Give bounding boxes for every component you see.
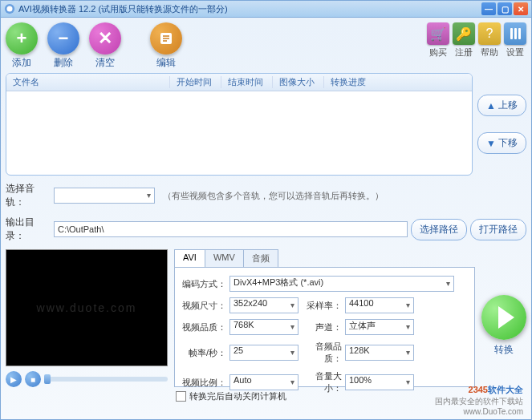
- encode-label: 编码方式：: [181, 278, 226, 290]
- fps-label: 帧率/秒：: [181, 347, 226, 359]
- move-down-button[interactable]: ▼下移: [477, 132, 526, 154]
- track-hint: （有些视频包含多个音轨，您可以选择音轨后再转换。）: [163, 190, 384, 202]
- svg-rect-5: [518, 28, 521, 39]
- size-label: 视频尺寸：: [181, 300, 226, 312]
- col-progress[interactable]: 转换进度: [324, 76, 472, 88]
- col-end-time[interactable]: 结束时间: [221, 76, 273, 88]
- ratio-label: 视频比例：: [181, 377, 226, 389]
- buy-label: 购买: [429, 46, 447, 59]
- fps-select[interactable]: 25: [229, 345, 298, 361]
- plus-icon: +: [6, 22, 38, 55]
- col-start-time[interactable]: 开始时间: [170, 76, 221, 88]
- aquality-label: 音频品质：: [302, 341, 342, 365]
- file-list-header: 文件名 开始时间 结束时间 图像大小 转换进度: [6, 74, 472, 91]
- svg-rect-3: [510, 28, 513, 39]
- volume-label: 音量大小：: [302, 370, 342, 394]
- move-down-label: 下移: [498, 136, 518, 150]
- title-bar: AVI视频转换器 12.2 (试用版只能转换源文件的一部分) — ▢ ✕: [0, 0, 532, 18]
- minimize-button[interactable]: —: [481, 2, 496, 15]
- minus-icon: −: [47, 22, 79, 55]
- add-button[interactable]: + 添加: [6, 22, 38, 70]
- seek-slider[interactable]: [44, 377, 168, 382]
- app-icon: [4, 3, 15, 14]
- tools-icon: [504, 22, 526, 45]
- register-label: 注册: [455, 46, 473, 59]
- tab-panel: 编码方式： DivX4+MP3格式 (*.avi) 视频尺寸： 352x240 …: [174, 267, 475, 387]
- clear-label: 清空: [95, 56, 115, 70]
- aquality-select[interactable]: 128K: [345, 345, 414, 361]
- tab-wmv[interactable]: WMV: [205, 249, 244, 267]
- ratio-select[interactable]: Auto: [229, 374, 298, 390]
- tab-audio[interactable]: 音频: [243, 249, 278, 267]
- slider-thumb[interactable]: [44, 374, 51, 384]
- key-icon: 🔑: [453, 22, 475, 45]
- chevron-up-icon: ▲: [486, 100, 496, 111]
- svg-point-1: [7, 6, 13, 12]
- question-icon: ?: [478, 22, 501, 45]
- settings-label: 设置: [506, 46, 524, 59]
- edit-label: 编辑: [156, 56, 176, 70]
- chevron-down-icon: ▼: [486, 138, 496, 149]
- edit-button[interactable]: 编辑: [150, 22, 182, 70]
- delete-label: 删除: [54, 56, 73, 70]
- col-image-size[interactable]: 图像大小: [273, 76, 324, 88]
- toolbar: + 添加 − 删除 ✕ 清空 编辑 🛒 购买: [6, 22, 526, 70]
- convert-button[interactable]: [481, 295, 526, 340]
- clear-button[interactable]: ✕ 清空: [89, 22, 121, 70]
- open-path-button[interactable]: 打开路径: [470, 219, 526, 240]
- channel-select[interactable]: 立体声: [345, 319, 414, 335]
- sample-select[interactable]: 44100: [345, 297, 414, 313]
- brand-number: 2345: [469, 385, 488, 394]
- volume-select[interactable]: 100%: [345, 374, 414, 390]
- stop-button[interactable]: ■: [25, 371, 41, 387]
- track-label: 选择音轨：: [6, 182, 51, 209]
- register-button[interactable]: 🔑 注册: [453, 22, 475, 59]
- help-label: 帮助: [481, 46, 498, 59]
- help-button[interactable]: ? 帮助: [478, 22, 501, 59]
- edit-icon: [150, 22, 182, 55]
- col-filename[interactable]: 文件名: [6, 76, 170, 88]
- encode-select[interactable]: DivX4+MP3格式 (*.avi): [229, 276, 454, 292]
- settings-button[interactable]: 设置: [504, 22, 526, 59]
- cart-icon: 🛒: [427, 22, 449, 45]
- choose-path-button[interactable]: 选择路径: [411, 219, 467, 240]
- track-select[interactable]: [54, 188, 155, 204]
- sample-label: 采样率：: [302, 300, 342, 312]
- buy-button[interactable]: 🛒 购买: [427, 22, 449, 59]
- x-icon: ✕: [89, 22, 121, 55]
- window-title: AVI视频转换器 12.2 (试用版只能转换源文件的一部分): [18, 3, 481, 15]
- move-up-label: 上移: [498, 99, 518, 112]
- output-path-input[interactable]: [54, 221, 408, 237]
- video-preview: www.duote.com: [6, 249, 168, 366]
- svg-rect-4: [514, 28, 517, 39]
- move-up-button[interactable]: ▲上移: [477, 95, 526, 116]
- shutdown-checkbox[interactable]: [176, 391, 186, 402]
- close-button[interactable]: ✕: [514, 2, 528, 15]
- maximize-button[interactable]: ▢: [497, 2, 512, 15]
- play-button[interactable]: ▶: [6, 371, 22, 387]
- size-select[interactable]: 352x240: [229, 297, 298, 313]
- brand-url: www.DuoTe.com: [435, 407, 523, 416]
- shutdown-label: 转换完后自动关闭计算机: [189, 390, 286, 402]
- delete-button[interactable]: − 删除: [47, 22, 79, 70]
- vquality-select[interactable]: 768K: [229, 319, 298, 335]
- tab-avi[interactable]: AVI: [174, 249, 205, 267]
- output-label: 输出目录：: [6, 216, 51, 243]
- vquality-label: 视频品质：: [181, 321, 226, 333]
- convert-label: 转换: [494, 343, 514, 357]
- file-list[interactable]: 文件名 开始时间 结束时间 图像大小 转换进度: [6, 73, 473, 176]
- brand-tagline: 国内最安全的软件下载站: [435, 396, 523, 407]
- channel-label: 声道：: [302, 321, 342, 333]
- brand-text: 软件大全: [488, 385, 523, 394]
- add-label: 添加: [12, 56, 31, 70]
- brand-footer: 2345软件大全 国内最安全的软件下载站 www.DuoTe.com: [435, 384, 523, 416]
- watermark-text: www.duote.com: [37, 301, 137, 314]
- main-content: + 添加 − 删除 ✕ 清空 编辑 🛒 购买: [0, 18, 532, 420]
